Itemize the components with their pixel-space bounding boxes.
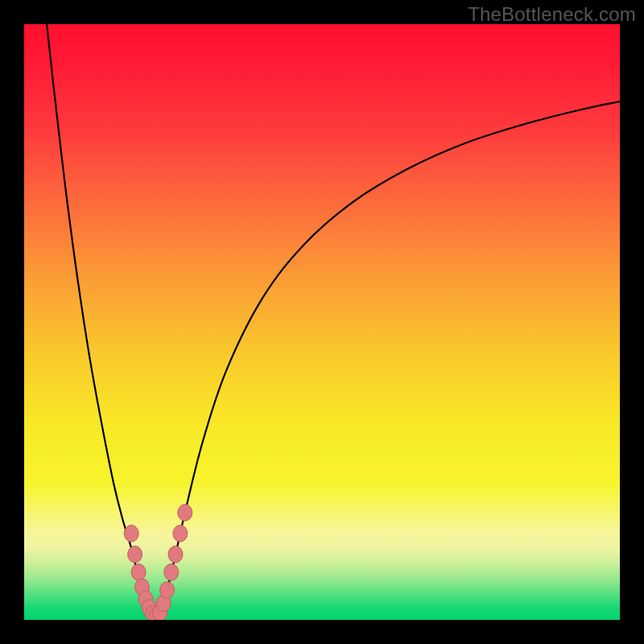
curve-layer: [24, 24, 620, 620]
marker-point: [168, 546, 183, 563]
watermark-text: TheBottleneck.com: [468, 3, 636, 26]
curve-right-branch: [155, 101, 620, 617]
marker-point: [173, 525, 188, 542]
marker-point: [178, 504, 192, 521]
chart-root: TheBottleneck.com: [0, 0, 644, 644]
plot-area: [24, 24, 620, 620]
curve-left-branch: [47, 24, 155, 617]
marker-point: [124, 525, 138, 542]
marker-point: [128, 546, 142, 563]
marker-point: [131, 564, 146, 580]
marker-point: [160, 582, 175, 599]
marker-point: [164, 564, 179, 580]
